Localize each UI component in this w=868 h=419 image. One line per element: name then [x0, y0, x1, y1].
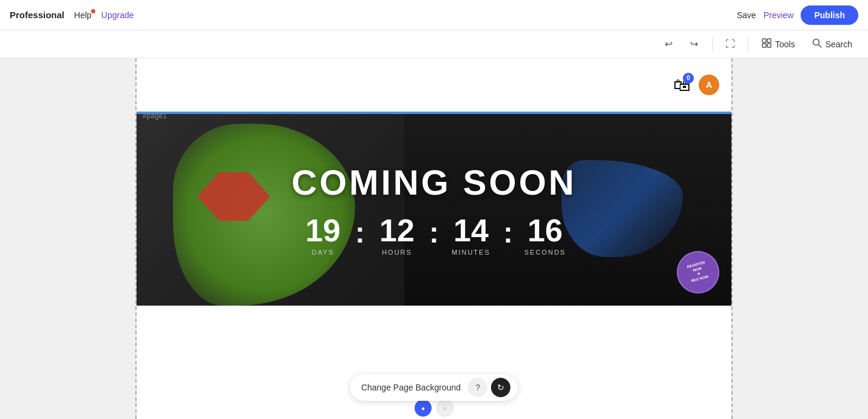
- tools-button[interactable]: Tools: [756, 35, 801, 53]
- help-menu[interactable]: Help: [74, 10, 92, 20]
- nav-dot-inactive[interactable]: ○: [436, 400, 453, 417]
- brand-label: Professional: [10, 10, 64, 20]
- undo-button[interactable]: ↩: [659, 34, 679, 55]
- coming-soon-title: COMING SOON: [291, 162, 576, 203]
- days-value: 19: [305, 215, 341, 246]
- search-button[interactable]: Search: [806, 35, 858, 53]
- days-label: DAYS: [311, 249, 334, 256]
- main-canvas: 🛍 0 A #page1 COMING SOON 19 DAYS: [137, 58, 731, 419]
- countdown-seconds: 16 SECONDS: [518, 215, 572, 256]
- refresh-button[interactable]: ↻: [491, 378, 510, 397]
- svg-line-5: [818, 45, 821, 48]
- toolbar-divider: [712, 37, 713, 52]
- seconds-value: 16: [527, 215, 563, 246]
- minutes-value: 14: [453, 215, 489, 246]
- help-button[interactable]: ?: [468, 378, 487, 397]
- countdown-days: 19 DAYS: [296, 215, 350, 256]
- colon-1: :: [350, 215, 370, 249]
- countdown-minutes: 14 MINUTES: [444, 215, 498, 256]
- seconds-label: SECONDS: [524, 249, 566, 256]
- nav-dot-active[interactable]: ●: [415, 400, 432, 417]
- avatar[interactable]: A: [699, 75, 719, 95]
- hours-label: HOURS: [382, 249, 412, 256]
- publish-button[interactable]: Publish: [801, 5, 858, 25]
- topbar-right: Save Preview Publish: [737, 5, 858, 25]
- change-bg-label: Change Page Background: [358, 383, 464, 392]
- right-gutter: [731, 58, 868, 419]
- svg-rect-0: [762, 39, 766, 42]
- cart-icon-wrap[interactable]: 🛍 0: [673, 75, 690, 95]
- left-gutter: [0, 58, 137, 419]
- page-header: 🛍 0 A: [137, 58, 731, 112]
- page-label: #page1: [143, 112, 167, 120]
- cart-badge: 0: [683, 73, 694, 84]
- colon-2: :: [424, 215, 444, 249]
- compress-icon: ⛶: [725, 39, 735, 50]
- redo-icon: ↪: [690, 38, 698, 50]
- toolbar-divider-2: [748, 37, 748, 52]
- minutes-label: MINUTES: [452, 249, 490, 256]
- search-icon: [812, 38, 822, 50]
- countdown-row: 19 DAYS : 12 HOURS : 14 MINUTES :: [296, 215, 572, 256]
- canvas-area: 🛍 0 A #page1 COMING SOON 19 DAYS: [0, 58, 868, 419]
- hours-value: 12: [379, 215, 415, 246]
- colon-3: :: [498, 215, 518, 249]
- refresh-icon: ↻: [497, 383, 504, 392]
- redo-button[interactable]: ↪: [684, 34, 705, 55]
- editor-toolbar: ↩ ↪ ⛶ Tools Search: [0, 30, 868, 58]
- help-icon: ?: [475, 383, 480, 392]
- countdown-hours: 12 HOURS: [370, 215, 424, 256]
- svg-rect-3: [767, 44, 771, 47]
- compress-button[interactable]: ⛶: [720, 34, 741, 55]
- tools-icon: [762, 38, 771, 50]
- help-notification-dot: [91, 9, 95, 13]
- svg-rect-2: [762, 44, 766, 47]
- upgrade-link[interactable]: Upgrade: [101, 10, 134, 20]
- preview-button[interactable]: Preview: [764, 10, 794, 20]
- topbar: Professional Help Upgrade Save Preview P…: [0, 0, 868, 30]
- topbar-left: Professional Help Upgrade: [10, 10, 134, 20]
- bottom-toolbar: Change Page Background ? ↻: [350, 374, 518, 401]
- search-label: Search: [826, 39, 852, 49]
- svg-rect-1: [767, 39, 771, 42]
- countdown-background: COMING SOON 19 DAYS : 12 HOURS : 14 MINU…: [137, 112, 731, 306]
- tools-label: Tools: [775, 39, 795, 49]
- undo-icon: ↩: [665, 38, 673, 50]
- save-button[interactable]: Save: [737, 10, 756, 20]
- countdown-section[interactable]: COMING SOON 19 DAYS : 12 HOURS : 14 MINU…: [137, 112, 731, 306]
